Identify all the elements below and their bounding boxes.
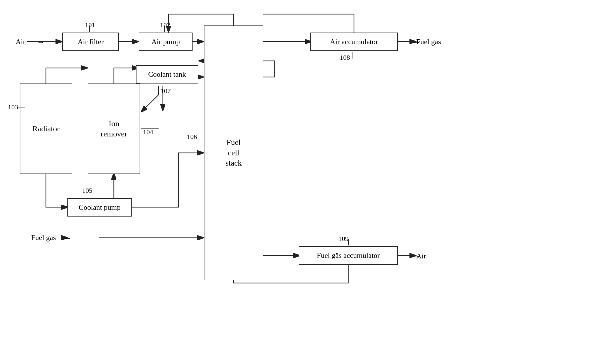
ref-106: 106 xyxy=(187,133,197,141)
ref-103-arrow: — xyxy=(18,103,25,111)
coolant-pump-box: Coolant pump xyxy=(67,198,132,217)
ref-109-tick xyxy=(348,239,349,245)
ref-102-tick xyxy=(164,25,165,32)
svg-line-8 xyxy=(141,95,159,112)
ref-102: 102 xyxy=(160,21,170,29)
ref-103: 103 xyxy=(8,103,18,111)
ref-109: 109 xyxy=(338,235,349,243)
connections-svg xyxy=(0,0,602,364)
ref-101-tick xyxy=(89,25,90,32)
ref-107: 107 xyxy=(161,87,171,95)
arrow-fuel-gas-in: → xyxy=(64,234,72,243)
fuel-cell-stack-box: Fuelcellstack xyxy=(204,25,263,280)
fuel-gas-accumulator-box: Fuel gäs accumulator xyxy=(299,246,398,265)
ion-remover-box: Ionremover xyxy=(88,83,140,174)
fuel-gas-in-label: Fuel gas xyxy=(31,234,56,242)
arrow-right-fuel-gas: → xyxy=(413,38,420,47)
air-pump-box: Air pump xyxy=(139,33,193,51)
arrow-right-air-out: → xyxy=(413,252,421,261)
ref-101: 101 xyxy=(85,21,95,29)
ref-105-tick xyxy=(86,191,86,197)
air-filter-box: Air filter xyxy=(62,33,119,51)
ref-108: 108 xyxy=(340,54,350,61)
diagram: Air filter Air pump Coolant tank Radiato… xyxy=(0,0,602,364)
radiator-box: Radiator xyxy=(20,83,72,174)
air-in-label: Air xyxy=(16,38,25,46)
coolant-tank-box: Coolant tank xyxy=(136,65,198,83)
ref-104: 104 xyxy=(143,128,153,136)
arrow-right-air-in: → xyxy=(37,38,45,47)
air-accumulator-box: Air accumulator xyxy=(310,33,398,51)
ref-105: 105 xyxy=(82,187,92,194)
ref-108-tick xyxy=(353,52,353,59)
